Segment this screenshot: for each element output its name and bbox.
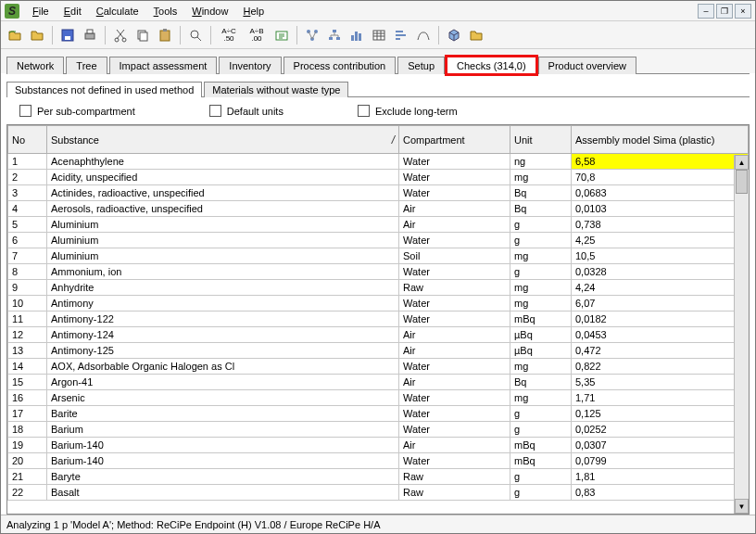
vertical-scrollbar[interactable]: ▲ ▼ bbox=[734, 155, 749, 514]
sort-indicator-icon: / bbox=[392, 134, 395, 146]
cell-no: 4 bbox=[8, 201, 47, 217]
checkbox-exclude-long-label: Exclude long-term bbox=[375, 106, 458, 117]
cut-icon[interactable] bbox=[110, 25, 131, 45]
table-row[interactable]: 7AluminiumSoilmg10,5 bbox=[8, 248, 749, 264]
tab-setup[interactable]: Setup bbox=[397, 57, 445, 74]
subtab-materials[interactable]: Materials without waste type bbox=[204, 82, 348, 97]
table-row[interactable]: 15Argon-41AirBq5,35 bbox=[8, 375, 749, 390]
col-unit[interactable]: Unit bbox=[510, 126, 572, 154]
cell-unit: g bbox=[510, 485, 572, 501]
svg-rect-18 bbox=[351, 35, 354, 41]
menu-file[interactable]: FFileile bbox=[25, 4, 57, 19]
table-row[interactable]: 13Antimony-125AirµBq0,472 bbox=[8, 343, 749, 359]
tab-tree[interactable]: Tree bbox=[66, 57, 107, 74]
print-icon[interactable] bbox=[80, 25, 100, 45]
zoom-icon[interactable] bbox=[185, 25, 206, 45]
svg-rect-17 bbox=[336, 37, 340, 40]
copy-icon[interactable] bbox=[132, 25, 153, 45]
cell-value: 6,07 bbox=[572, 296, 749, 312]
cell-compartment: Raw bbox=[399, 469, 510, 485]
svg-rect-3 bbox=[87, 30, 93, 33]
close-button[interactable]: × bbox=[735, 4, 751, 19]
export-icon[interactable] bbox=[271, 25, 292, 45]
checkbox-exclude-long[interactable]: Exclude long-term bbox=[358, 105, 458, 117]
table-row[interactable]: 2Acidity, unspecifiedWatermg70,8 bbox=[8, 170, 749, 185]
table-row[interactable]: 3Actinides, radioactive, unspecifiedWate… bbox=[8, 185, 749, 201]
tab-overview[interactable]: Product overview bbox=[538, 57, 636, 74]
menu-window[interactable]: Window bbox=[184, 4, 235, 19]
cube-icon[interactable] bbox=[444, 25, 464, 45]
hbar-chart-icon[interactable] bbox=[391, 25, 411, 45]
save-icon[interactable] bbox=[57, 25, 78, 45]
menu-calculate[interactable]: Calculate bbox=[89, 4, 146, 19]
col-model[interactable]: Assembly model Sima (plastic) bbox=[572, 126, 749, 154]
table-row[interactable]: 9AnhydriteRawmg4,24 bbox=[8, 280, 749, 296]
table-row[interactable]: 10AntimonyWatermg6,07 bbox=[8, 296, 749, 312]
cell-compartment: Water bbox=[399, 185, 510, 201]
cell-unit: Bq bbox=[510, 375, 572, 390]
open-icon[interactable] bbox=[5, 25, 25, 45]
table-row[interactable]: 1AcenaphthyleneWaterng6,58 bbox=[8, 154, 749, 170]
tab-inventory[interactable]: Inventory bbox=[219, 57, 281, 74]
col-substance[interactable]: Substance/ bbox=[47, 126, 399, 154]
cell-no: 2 bbox=[8, 170, 47, 185]
table-row[interactable]: 4Aerosols, radioactive, unspecifiedAirBq… bbox=[8, 201, 749, 217]
tab-checks[interactable]: Checks (314,0) bbox=[447, 57, 536, 74]
table-row[interactable]: 17BariteWaterg0,125 bbox=[8, 406, 749, 422]
cell-compartment: Air bbox=[399, 327, 510, 343]
scroll-down-button[interactable]: ▼ bbox=[735, 499, 749, 514]
cell-unit: mBq bbox=[510, 453, 572, 469]
bar-chart-icon[interactable] bbox=[346, 25, 367, 45]
scroll-up-button[interactable]: ▲ bbox=[735, 155, 749, 170]
tree-icon[interactable] bbox=[324, 25, 345, 45]
table-row[interactable]: 11Antimony-122WatermBq0,0182 bbox=[8, 312, 749, 327]
table-row[interactable]: 16ArsenicWatermg1,71 bbox=[8, 390, 749, 406]
paste-icon[interactable] bbox=[155, 25, 175, 45]
minimize-button[interactable]: – bbox=[698, 4, 714, 19]
table-row[interactable]: 5AluminiumAirg0,738 bbox=[8, 217, 749, 233]
table-row[interactable]: 20Barium-140WatermBq0,0799 bbox=[8, 453, 749, 469]
folder-icon[interactable] bbox=[27, 25, 47, 45]
menu-tools[interactable]: Tools bbox=[146, 4, 185, 19]
cell-unit: mBq bbox=[510, 312, 572, 327]
network-icon[interactable] bbox=[302, 25, 322, 45]
table-row[interactable]: 21BaryteRawg1,81 bbox=[8, 469, 749, 485]
ab00-button[interactable]: A÷B .00 bbox=[244, 25, 270, 45]
distribution-icon[interactable] bbox=[413, 25, 434, 45]
folder2-icon[interactable] bbox=[466, 25, 486, 45]
restore-button[interactable]: ❐ bbox=[716, 4, 733, 19]
table-row[interactable]: 14AOX, Adsorbable Organic Halogen as ClW… bbox=[8, 359, 749, 375]
table-icon[interactable] bbox=[369, 25, 389, 45]
cell-value: 4,25 bbox=[572, 233, 749, 248]
results-table-wrap: No Substance/ Compartment Unit Assembly … bbox=[6, 124, 750, 515]
table-row[interactable]: 18BariumWaterg0,0252 bbox=[8, 422, 749, 438]
checkbox-default-units[interactable]: Default units bbox=[209, 105, 284, 117]
table-row[interactable]: 8Ammonium, ionWaterg0,0328 bbox=[8, 264, 749, 280]
cell-substance: Basalt bbox=[47, 485, 399, 501]
checkbox-per-sub[interactable]: Per sub-compartment bbox=[19, 105, 135, 117]
table-row[interactable]: 19Barium-140AirmBq0,0307 bbox=[8, 438, 749, 453]
tab-impact[interactable]: Impact assessment bbox=[109, 57, 218, 74]
menu-help[interactable]: Help bbox=[235, 4, 271, 19]
col-no[interactable]: No bbox=[8, 126, 47, 154]
ac50-button[interactable]: A÷C .50 bbox=[216, 25, 242, 45]
cell-substance: Antimony-125 bbox=[47, 343, 399, 359]
subtab-substances[interactable]: Substances not defined in used method bbox=[6, 82, 202, 97]
table-row[interactable]: 22BasaltRawg0,83 bbox=[8, 485, 749, 501]
cell-unit: g bbox=[510, 422, 572, 438]
scroll-thumb[interactable] bbox=[736, 170, 748, 194]
table-row[interactable]: 12Antimony-124AirµBq0,0453 bbox=[8, 327, 749, 343]
cell-substance: Argon-41 bbox=[47, 375, 399, 390]
cell-value: 0,0307 bbox=[572, 438, 749, 453]
cell-compartment: Raw bbox=[399, 280, 510, 296]
col-compartment[interactable]: Compartment bbox=[399, 126, 510, 154]
cell-no: 22 bbox=[8, 485, 47, 501]
tab-process[interactable]: Process contribution bbox=[284, 57, 397, 74]
cell-value: 1,71 bbox=[572, 390, 749, 406]
menu-edit[interactable]: Edit bbox=[57, 4, 89, 19]
cell-compartment: Water bbox=[399, 453, 510, 469]
tab-network[interactable]: Network bbox=[6, 57, 64, 74]
svg-rect-21 bbox=[373, 31, 384, 40]
svg-rect-8 bbox=[160, 31, 170, 41]
table-row[interactable]: 6AluminiumWaterg4,25 bbox=[8, 233, 749, 248]
